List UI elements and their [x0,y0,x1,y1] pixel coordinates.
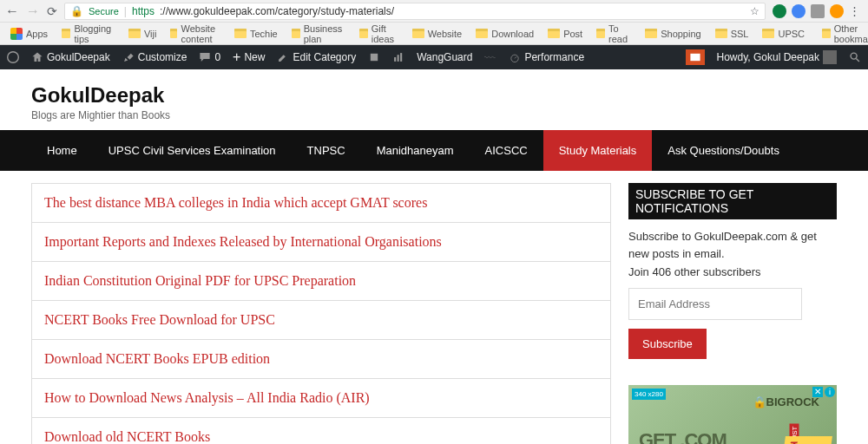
bookmark-folder[interactable]: Website [407,27,468,41]
url-path: ://www.gokuldeepak.com/category/study-ma… [160,5,394,17]
folder-icon [715,29,727,38]
folder-icon [476,29,488,38]
bookmark-folder[interactable]: Website content [165,22,226,46]
url-scheme: https [132,5,155,17]
ad-size-badge: 340 x280 [632,388,666,400]
bookmark-folder[interactable]: Viji [123,27,161,41]
bookmark-star-icon[interactable]: ☆ [750,5,760,17]
svg-point-4 [511,55,518,62]
post-list: The best distance MBA colleges in India … [31,183,611,444]
bookmark-folder[interactable]: Shopping [640,27,707,41]
folder-icon [128,29,141,38]
bookmark-folder[interactable]: UPSC [757,27,810,41]
comments-link[interactable]: 0 [199,51,220,63]
wave-icon[interactable] [484,51,496,63]
ad-banner[interactable]: 340 x280 ✕ i 🔒BIGROCK GET .COMDOMAINS JU… [628,385,837,445]
post-row: How to Download News Analysis – All Indi… [32,378,610,417]
post-row: Download NCERT Books EPUB edition [32,339,610,378]
post-link[interactable]: Important Reports and Indexes Released b… [44,234,442,249]
content-area: The best distance MBA colleges in India … [0,171,868,444]
post-link[interactable]: Indian Constitution Original PDF for UPS… [44,273,356,288]
nav-tnpsc[interactable]: TNPSC [292,130,361,171]
stats-icon[interactable] [392,51,404,63]
forward-button[interactable]: → [26,3,40,19]
nav-ask[interactable]: Ask Questions/Doubts [652,130,795,171]
edit-category-link[interactable]: Edit Category [277,51,356,63]
search-icon[interactable] [849,51,861,63]
nav-manidhaneyam[interactable]: Manidhaneyam [361,130,470,171]
apps-button[interactable]: Apps [5,26,53,42]
folder-icon [62,29,70,38]
bookmark-folder[interactable]: Post [542,27,588,41]
site-header: GokulDeepak Blogs are Mightier than Book… [0,69,868,130]
svg-rect-3 [400,53,402,62]
post-row: Download old NCERT Books [32,417,610,444]
customize-link[interactable]: Customize [122,51,187,63]
lock-icon: 🔒 [70,5,83,17]
site-tagline: Blogs are Mightier than Books [31,109,837,121]
bookmark-folder[interactable]: Blogging tips [56,22,120,46]
post-link[interactable]: The best distance MBA colleges in India … [44,195,427,210]
ext-icon[interactable] [811,4,825,18]
post-link[interactable]: Download old NCERT Books [44,429,210,444]
svg-point-0 [8,52,19,63]
yoast-icon[interactable] [368,51,380,63]
folder-icon [645,29,657,38]
bookmark-folder[interactable]: Gift ideas [354,22,403,46]
folder-icon [292,29,300,38]
folder-icon [234,29,247,38]
subscribe-count: Join 406 other subscribers [628,264,837,281]
wp-admin-bar: GokulDeepak Customize 0 +New Edit Catego… [0,45,868,69]
post-link[interactable]: NCERT Books Free Download for UPSC [44,312,275,327]
secure-label: Secure [89,6,119,16]
bookmark-folder[interactable]: Download [470,27,539,41]
folder-icon [412,29,424,38]
post-link[interactable]: Download NCERT Books EPUB edition [44,351,270,366]
sidebar: SUBSCRIBE TO GET NOTIFICATIONS Subscribe… [628,183,837,444]
folder-icon [359,29,367,38]
reload-button[interactable]: ⟳ [47,4,57,18]
subscribe-button[interactable]: Subscribe [628,329,707,359]
bookmark-folder[interactable]: Business plan [286,22,352,46]
post-row: The best distance MBA colleges in India … [32,183,610,222]
site-title[interactable]: GokulDeepak [31,83,837,108]
svg-point-5 [851,53,857,59]
svg-rect-2 [398,55,399,62]
browser-toolbar: ← → ⟳ 🔒 Secure | https://www.gokuldeepak… [0,0,868,23]
notification-icon[interactable] [686,49,705,65]
wangguard-link[interactable]: WangGuard [417,51,472,63]
howdy-account[interactable]: Howdy, Gokul Deepak [717,50,838,64]
menu-icon[interactable]: ⋮ [849,4,863,18]
folder-icon [822,29,831,38]
nav-study-materials[interactable]: Study Materials [543,130,653,171]
wp-logo[interactable] [7,51,19,63]
svg-rect-1 [394,57,396,62]
ext-icon[interactable] [792,4,806,18]
widget-title: SUBSCRIBE TO GET NOTIFICATIONS [628,183,837,219]
bookmarks-bar: Apps Blogging tips Viji Website content … [0,23,868,45]
post-link[interactable]: How to Download News Analysis – All Indi… [44,390,370,405]
other-bookmarks[interactable]: Other bookmarks [817,22,868,46]
ad-logo: 🔒BIGROCK [753,395,819,408]
extension-icons: ⋮ [773,4,863,18]
nav-upsc[interactable]: UPSC Civil Services Examination [93,130,292,171]
bookmark-folder[interactable]: To read [591,22,636,46]
new-link[interactable]: +New [233,49,265,65]
site-name-link[interactable]: GokulDeepak [31,51,110,63]
folder-icon [170,29,177,38]
ext-icon[interactable] [773,4,786,18]
back-button[interactable]: ← [5,3,19,19]
apps-icon [10,28,23,40]
post-row: Important Reports and Indexes Released b… [32,222,610,261]
folder-icon [762,29,774,38]
address-bar[interactable]: 🔒 Secure | https://www.gokuldeepak.com/c… [64,3,766,20]
nav-aicscc[interactable]: AICSCC [470,130,543,171]
email-field[interactable] [628,288,802,320]
nav-home[interactable]: Home [31,130,93,171]
performance-link[interactable]: Performance [509,51,584,63]
subscribe-desc: Subscribe to GokulDeepak.com & get new p… [628,228,837,262]
bookmark-folder[interactable]: SSL [710,27,754,41]
bookmark-folder[interactable]: Techie [229,27,283,41]
ext-icon[interactable] [830,4,844,18]
ad-info-icon[interactable]: i [825,387,835,397]
